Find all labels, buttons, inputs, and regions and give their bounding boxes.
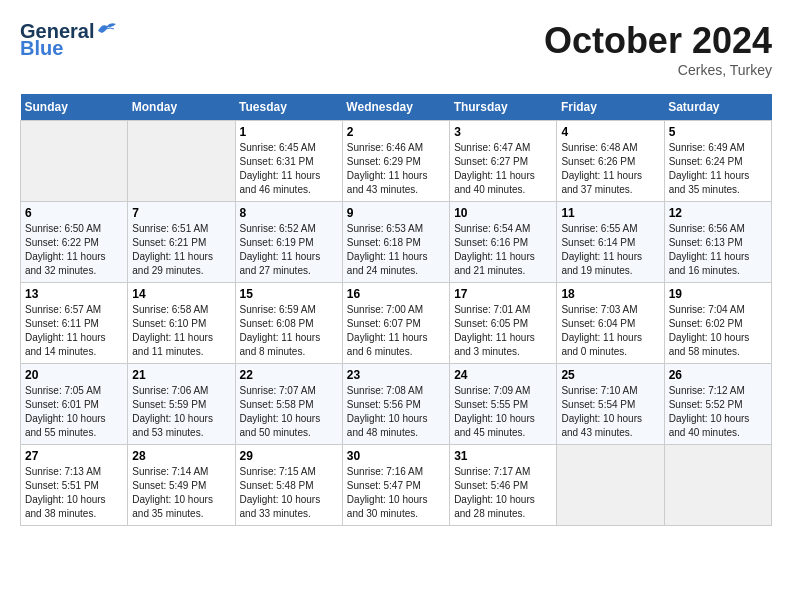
calendar-cell: 1Sunrise: 6:45 AMSunset: 6:31 PMDaylight… <box>235 121 342 202</box>
calendar-cell <box>557 445 664 526</box>
day-number: 4 <box>561 125 659 139</box>
day-info: Sunrise: 7:07 AMSunset: 5:58 PMDaylight:… <box>240 384 338 440</box>
day-number: 23 <box>347 368 445 382</box>
day-info: Sunrise: 7:06 AMSunset: 5:59 PMDaylight:… <box>132 384 230 440</box>
day-number: 26 <box>669 368 767 382</box>
day-info: Sunrise: 6:45 AMSunset: 6:31 PMDaylight:… <box>240 141 338 197</box>
day-number: 5 <box>669 125 767 139</box>
calendar-cell: 7Sunrise: 6:51 AMSunset: 6:21 PMDaylight… <box>128 202 235 283</box>
month-title: October 2024 <box>544 20 772 62</box>
calendar-cell: 29Sunrise: 7:15 AMSunset: 5:48 PMDayligh… <box>235 445 342 526</box>
day-info: Sunrise: 7:01 AMSunset: 6:05 PMDaylight:… <box>454 303 552 359</box>
day-info: Sunrise: 6:55 AMSunset: 6:14 PMDaylight:… <box>561 222 659 278</box>
calendar-cell: 23Sunrise: 7:08 AMSunset: 5:56 PMDayligh… <box>342 364 449 445</box>
day-info: Sunrise: 6:46 AMSunset: 6:29 PMDaylight:… <box>347 141 445 197</box>
calendar-cell: 30Sunrise: 7:16 AMSunset: 5:47 PMDayligh… <box>342 445 449 526</box>
day-number: 24 <box>454 368 552 382</box>
day-info: Sunrise: 7:09 AMSunset: 5:55 PMDaylight:… <box>454 384 552 440</box>
day-number: 20 <box>25 368 123 382</box>
day-number: 27 <box>25 449 123 463</box>
calendar-cell: 16Sunrise: 7:00 AMSunset: 6:07 PMDayligh… <box>342 283 449 364</box>
logo: General Blue <box>20 20 118 60</box>
day-info: Sunrise: 7:00 AMSunset: 6:07 PMDaylight:… <box>347 303 445 359</box>
calendar-cell <box>128 121 235 202</box>
day-number: 1 <box>240 125 338 139</box>
calendar-header-row: Sunday Monday Tuesday Wednesday Thursday… <box>21 94 772 121</box>
day-number: 25 <box>561 368 659 382</box>
day-info: Sunrise: 7:14 AMSunset: 5:49 PMDaylight:… <box>132 465 230 521</box>
calendar-cell: 20Sunrise: 7:05 AMSunset: 6:01 PMDayligh… <box>21 364 128 445</box>
day-info: Sunrise: 7:04 AMSunset: 6:02 PMDaylight:… <box>669 303 767 359</box>
col-saturday: Saturday <box>664 94 771 121</box>
day-number: 6 <box>25 206 123 220</box>
day-number: 7 <box>132 206 230 220</box>
day-number: 21 <box>132 368 230 382</box>
calendar-cell <box>21 121 128 202</box>
calendar-cell: 14Sunrise: 6:58 AMSunset: 6:10 PMDayligh… <box>128 283 235 364</box>
day-info: Sunrise: 6:53 AMSunset: 6:18 PMDaylight:… <box>347 222 445 278</box>
day-number: 3 <box>454 125 552 139</box>
calendar-cell: 31Sunrise: 7:17 AMSunset: 5:46 PMDayligh… <box>450 445 557 526</box>
day-number: 17 <box>454 287 552 301</box>
page-header: General Blue October 2024 Cerkes, Turkey <box>20 20 772 78</box>
day-info: Sunrise: 6:58 AMSunset: 6:10 PMDaylight:… <box>132 303 230 359</box>
calendar-cell: 11Sunrise: 6:55 AMSunset: 6:14 PMDayligh… <box>557 202 664 283</box>
day-number: 15 <box>240 287 338 301</box>
day-info: Sunrise: 6:50 AMSunset: 6:22 PMDaylight:… <box>25 222 123 278</box>
calendar-cell: 27Sunrise: 7:13 AMSunset: 5:51 PMDayligh… <box>21 445 128 526</box>
calendar-week-row: 1Sunrise: 6:45 AMSunset: 6:31 PMDaylight… <box>21 121 772 202</box>
calendar-week-row: 6Sunrise: 6:50 AMSunset: 6:22 PMDaylight… <box>21 202 772 283</box>
calendar-cell: 12Sunrise: 6:56 AMSunset: 6:13 PMDayligh… <box>664 202 771 283</box>
calendar-cell: 8Sunrise: 6:52 AMSunset: 6:19 PMDaylight… <box>235 202 342 283</box>
col-friday: Friday <box>557 94 664 121</box>
day-info: Sunrise: 6:47 AMSunset: 6:27 PMDaylight:… <box>454 141 552 197</box>
calendar-cell: 18Sunrise: 7:03 AMSunset: 6:04 PMDayligh… <box>557 283 664 364</box>
calendar-week-row: 27Sunrise: 7:13 AMSunset: 5:51 PMDayligh… <box>21 445 772 526</box>
calendar-cell: 9Sunrise: 6:53 AMSunset: 6:18 PMDaylight… <box>342 202 449 283</box>
calendar-cell: 5Sunrise: 6:49 AMSunset: 6:24 PMDaylight… <box>664 121 771 202</box>
day-info: Sunrise: 6:52 AMSunset: 6:19 PMDaylight:… <box>240 222 338 278</box>
day-number: 8 <box>240 206 338 220</box>
calendar-cell: 10Sunrise: 6:54 AMSunset: 6:16 PMDayligh… <box>450 202 557 283</box>
location: Cerkes, Turkey <box>544 62 772 78</box>
calendar-cell: 21Sunrise: 7:06 AMSunset: 5:59 PMDayligh… <box>128 364 235 445</box>
day-number: 29 <box>240 449 338 463</box>
calendar-week-row: 20Sunrise: 7:05 AMSunset: 6:01 PMDayligh… <box>21 364 772 445</box>
calendar-cell: 15Sunrise: 6:59 AMSunset: 6:08 PMDayligh… <box>235 283 342 364</box>
calendar-cell: 17Sunrise: 7:01 AMSunset: 6:05 PMDayligh… <box>450 283 557 364</box>
day-number: 13 <box>25 287 123 301</box>
day-info: Sunrise: 7:13 AMSunset: 5:51 PMDaylight:… <box>25 465 123 521</box>
day-number: 28 <box>132 449 230 463</box>
calendar-cell: 24Sunrise: 7:09 AMSunset: 5:55 PMDayligh… <box>450 364 557 445</box>
calendar-cell: 4Sunrise: 6:48 AMSunset: 6:26 PMDaylight… <box>557 121 664 202</box>
day-number: 11 <box>561 206 659 220</box>
day-number: 18 <box>561 287 659 301</box>
day-number: 14 <box>132 287 230 301</box>
day-info: Sunrise: 6:56 AMSunset: 6:13 PMDaylight:… <box>669 222 767 278</box>
calendar-cell: 22Sunrise: 7:07 AMSunset: 5:58 PMDayligh… <box>235 364 342 445</box>
day-number: 31 <box>454 449 552 463</box>
logo-bird-icon <box>96 21 118 39</box>
day-info: Sunrise: 7:08 AMSunset: 5:56 PMDaylight:… <box>347 384 445 440</box>
calendar-cell: 13Sunrise: 6:57 AMSunset: 6:11 PMDayligh… <box>21 283 128 364</box>
day-info: Sunrise: 7:12 AMSunset: 5:52 PMDaylight:… <box>669 384 767 440</box>
day-info: Sunrise: 6:54 AMSunset: 6:16 PMDaylight:… <box>454 222 552 278</box>
col-monday: Monday <box>128 94 235 121</box>
calendar-cell: 6Sunrise: 6:50 AMSunset: 6:22 PMDaylight… <box>21 202 128 283</box>
calendar-cell: 19Sunrise: 7:04 AMSunset: 6:02 PMDayligh… <box>664 283 771 364</box>
day-number: 9 <box>347 206 445 220</box>
col-sunday: Sunday <box>21 94 128 121</box>
calendar-table: Sunday Monday Tuesday Wednesday Thursday… <box>20 94 772 526</box>
day-number: 16 <box>347 287 445 301</box>
day-number: 19 <box>669 287 767 301</box>
day-number: 22 <box>240 368 338 382</box>
col-wednesday: Wednesday <box>342 94 449 121</box>
calendar-cell: 25Sunrise: 7:10 AMSunset: 5:54 PMDayligh… <box>557 364 664 445</box>
col-thursday: Thursday <box>450 94 557 121</box>
day-number: 12 <box>669 206 767 220</box>
day-info: Sunrise: 6:59 AMSunset: 6:08 PMDaylight:… <box>240 303 338 359</box>
day-info: Sunrise: 7:05 AMSunset: 6:01 PMDaylight:… <box>25 384 123 440</box>
calendar-cell: 3Sunrise: 6:47 AMSunset: 6:27 PMDaylight… <box>450 121 557 202</box>
day-info: Sunrise: 7:16 AMSunset: 5:47 PMDaylight:… <box>347 465 445 521</box>
calendar-cell <box>664 445 771 526</box>
